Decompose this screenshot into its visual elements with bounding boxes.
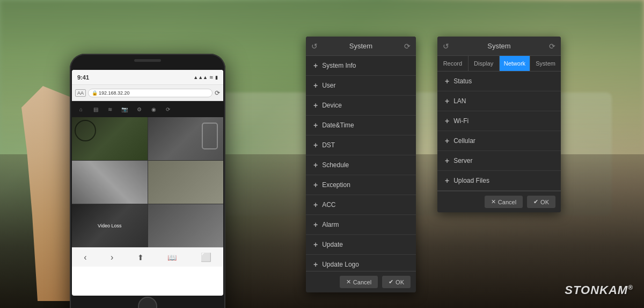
left-menu-item-dst[interactable]: + DST bbox=[306, 135, 416, 155]
left-menu-item-system-info[interactable]: + System Info bbox=[306, 56, 416, 76]
phone-device: 9:41 ▲▲▲ ≋ ▮ AA 🔒 192.168.32.20 ⟳ ⌂ ▤ bbox=[70, 54, 225, 308]
phone-browser-bar[interactable]: AA 🔒 192.168.32.20 ⟳ bbox=[72, 85, 223, 101]
right-menu-item-lan[interactable]: + LAN bbox=[437, 91, 561, 111]
panel-right-ok-button[interactable]: ✔ OK bbox=[527, 196, 555, 208]
share-icon[interactable]: ⬆ bbox=[137, 253, 144, 262]
tab-system[interactable]: System bbox=[530, 56, 561, 71]
browser-refresh-icon[interactable]: ⟳ bbox=[215, 89, 220, 97]
tabs-icon[interactable]: ⬜ bbox=[201, 252, 211, 262]
left-menu-item-update[interactable]: + Update bbox=[306, 235, 416, 255]
nav-icon-7: ⟳ bbox=[162, 103, 174, 116]
tab-display[interactable]: Display bbox=[469, 56, 500, 71]
menu-item-label: User bbox=[322, 82, 335, 89]
ok-label: OK bbox=[396, 279, 404, 285]
bookmarks-icon[interactable]: 📖 bbox=[167, 253, 177, 262]
phone-screen: 9:41 ▲▲▲ ≋ ▮ AA 🔒 192.168.32.20 ⟳ ⌂ ▤ bbox=[72, 70, 223, 296]
panel-left-header: ↺ System ⟳ bbox=[306, 37, 416, 56]
plus-icon: + bbox=[445, 176, 449, 185]
menu-item-label: Upload Files bbox=[453, 177, 489, 184]
lock-icon: 🔒 bbox=[92, 90, 98, 96]
left-menu-item-alarm[interactable]: + Alarm bbox=[306, 215, 416, 235]
menu-item-label: Wi-Fi bbox=[453, 117, 469, 125]
plus-icon: + bbox=[313, 61, 318, 70]
plus-icon: + bbox=[445, 137, 449, 145]
right-menu-item-upload-files[interactable]: + Upload Files bbox=[437, 171, 561, 191]
stonkam-watermark: STONKAM® bbox=[565, 283, 633, 297]
right-menu-item-status[interactable]: + Status bbox=[437, 71, 561, 91]
plus-icon: + bbox=[313, 240, 318, 249]
left-menu-item-exception[interactable]: + Exception bbox=[306, 175, 416, 195]
menu-item-label: Update bbox=[322, 241, 343, 248]
menu-item-label: ACC bbox=[322, 201, 335, 209]
tab-network[interactable]: Network bbox=[500, 56, 531, 71]
menu-item-label: System Info bbox=[322, 62, 356, 69]
forward-icon[interactable]: › bbox=[111, 253, 113, 262]
right-menu-item-wi-fi[interactable]: + Wi-Fi bbox=[437, 111, 561, 131]
plus-icon: + bbox=[445, 156, 449, 165]
left-menu-item-device[interactable]: + Device bbox=[306, 96, 416, 116]
ok-label-right: OK bbox=[540, 199, 549, 205]
camera-cell-5: Video Loss bbox=[72, 204, 148, 247]
menu-item-label: Cellular bbox=[453, 137, 475, 145]
menu-item-label: Device bbox=[322, 102, 342, 109]
left-menu-item-user[interactable]: + User bbox=[306, 76, 416, 96]
url-text: 192.168.32.20 bbox=[99, 90, 130, 96]
nav-icon-5: ⚙ bbox=[133, 103, 145, 116]
browser-aa[interactable]: AA bbox=[75, 89, 86, 97]
tab-record[interactable]: Record bbox=[437, 56, 469, 71]
panel-left-footer: ✕ Cancel ✔ OK bbox=[306, 271, 416, 292]
plus-icon: + bbox=[445, 117, 449, 125]
panel-right-refresh-icon[interactable]: ⟳ bbox=[549, 42, 555, 51]
system-panel-right: ↺ System ⟳ RecordDisplayNetworkSystem + … bbox=[437, 37, 561, 212]
right-menu-item-server[interactable]: + Server bbox=[437, 151, 561, 171]
ok-icon: ✔ bbox=[389, 278, 393, 285]
phone-nav-tabs: ⌂ ▤ ≋ 📷 ⚙ ◉ ⟳ bbox=[72, 101, 223, 117]
watermark-text: STONKAM bbox=[565, 283, 628, 297]
camera-grid: Video Loss bbox=[72, 117, 223, 247]
phone-status-bar: 9:41 ▲▲▲ ≋ ▮ bbox=[72, 70, 223, 85]
phone-home-button[interactable] bbox=[138, 297, 157, 308]
menu-item-label: LAN bbox=[453, 97, 466, 105]
panel-right-back-icon[interactable]: ↺ bbox=[443, 42, 449, 51]
phone-url-box[interactable]: 🔒 192.168.32.20 bbox=[88, 89, 213, 97]
back-icon[interactable]: ‹ bbox=[84, 253, 86, 262]
panel-right-header: ↺ System ⟳ bbox=[437, 37, 561, 56]
plus-icon: + bbox=[313, 141, 318, 149]
video-loss-label: Video Loss bbox=[98, 223, 121, 228]
wifi-icon: ≋ bbox=[209, 75, 214, 80]
plus-icon: + bbox=[313, 161, 318, 169]
panel-left-refresh-icon[interactable]: ⟳ bbox=[404, 42, 411, 51]
watermark-reg: ® bbox=[628, 284, 633, 291]
menu-item-label: DST bbox=[322, 141, 335, 149]
plus-icon: + bbox=[313, 220, 318, 229]
panel-right-footer: ✕ Cancel ✔ OK bbox=[437, 191, 561, 212]
camera-cell-4 bbox=[148, 161, 224, 204]
plus-icon: + bbox=[313, 260, 318, 269]
left-menu-item-date-time[interactable]: + Date&Time bbox=[306, 116, 416, 135]
menu-item-label: Server bbox=[453, 157, 472, 164]
menu-item-label: Alarm bbox=[322, 221, 339, 228]
menu-item-label: Update Logo bbox=[322, 261, 359, 268]
phone-status-icons: ▲▲▲ ≋ ▮ bbox=[193, 75, 218, 80]
phone-speaker bbox=[134, 59, 161, 62]
camera-cell-6 bbox=[148, 204, 224, 247]
panel-left-cancel-button[interactable]: ✕ Cancel bbox=[340, 276, 378, 288]
panel-left-back-icon[interactable]: ↺ bbox=[311, 42, 318, 51]
left-menu-item-acc[interactable]: + ACC bbox=[306, 195, 416, 215]
left-menu-item-update-logo[interactable]: + Update Logo bbox=[306, 255, 416, 271]
panel-right-cancel-button[interactable]: ✕ Cancel bbox=[485, 196, 523, 208]
nav-icon-6: ◉ bbox=[147, 103, 160, 116]
camera-cell-3 bbox=[72, 161, 148, 204]
menu-item-label: Status bbox=[453, 77, 472, 85]
panel-left-ok-button[interactable]: ✔ OK bbox=[382, 276, 411, 288]
signal-icon: ▲▲▲ bbox=[193, 75, 208, 80]
left-menu-item-schedule[interactable]: + Schedule bbox=[306, 155, 416, 175]
plus-icon: + bbox=[313, 81, 318, 90]
plus-icon: + bbox=[313, 121, 318, 130]
plus-icon: + bbox=[313, 200, 318, 209]
right-menu-item-cellular[interactable]: + Cellular bbox=[437, 131, 561, 151]
plus-icon: + bbox=[313, 181, 318, 189]
phone-bottom-bar: ‹ › ⬆ 📖 ⬜ bbox=[72, 247, 223, 267]
nav-icon-4: 📷 bbox=[118, 103, 131, 116]
nav-icon-3: ≋ bbox=[104, 103, 116, 116]
